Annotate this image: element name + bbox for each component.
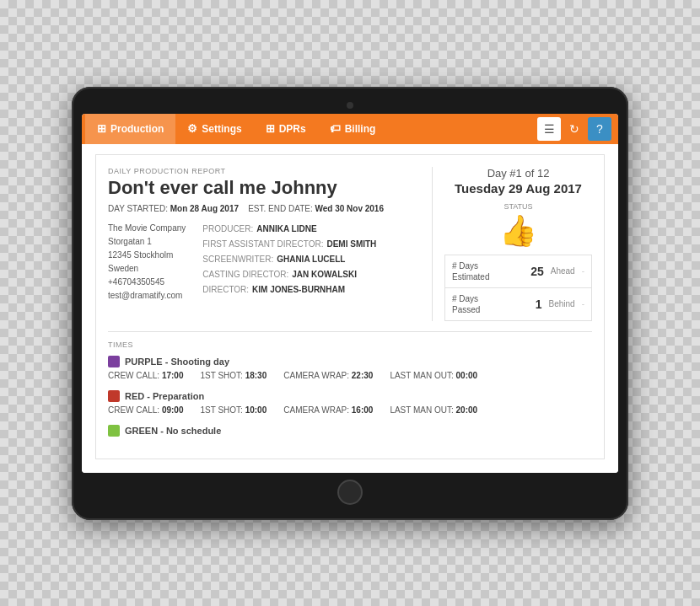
schedule-row-green: GREEN - No schedule xyxy=(108,425,592,437)
purple-camera-wrap-label: CAMERA WRAP: xyxy=(283,371,349,380)
tablet-camera xyxy=(347,102,353,109)
status-label: STATUS xyxy=(444,202,592,211)
red-crew-call-label: CREW CALL: xyxy=(108,405,159,415)
status-row-dash-passed: - xyxy=(582,299,584,308)
list-view-button[interactable]: ☰ xyxy=(537,117,561,141)
settings-icon: ⚙ xyxy=(187,122,197,135)
day-date: Tuesday 29 Aug 2017 xyxy=(444,181,592,196)
status-row-tag-passed: Behind xyxy=(549,299,575,308)
dprs-icon: ⊞ xyxy=(266,122,275,135)
content-inner: DAILY PRODUCTION REPORT Don't ever call … xyxy=(95,154,605,459)
red-first-shot-label: 1ST SHOT: xyxy=(200,405,242,415)
status-row-tag-estimated: Ahead xyxy=(551,266,575,276)
report-right: Day #1 of 12 Tuesday 29 Aug 2017 STATUS … xyxy=(432,167,592,321)
toolbar-right: ☰ ↻ ? xyxy=(534,114,615,144)
status-row-label-passed: # DaysPassed xyxy=(452,293,529,315)
tab-dprs-label: DPRs xyxy=(279,123,306,135)
company-name: The Movie Company xyxy=(108,222,186,235)
crew-label-ad: FIRST ASSISTANT DIRECTOR: xyxy=(202,237,323,252)
crew-row-screenwriter: SCREENWRITER: GHANIA LUCELL xyxy=(202,252,376,267)
purple-crew-call-value: 17:00 xyxy=(162,371,184,380)
red-first-shot: 1ST SHOT: 10:00 xyxy=(200,405,267,415)
crew-row-ad: FIRST ASSISTANT DIRECTOR: DEMI SMITH xyxy=(202,237,376,252)
purple-last-man-value: 00:00 xyxy=(456,371,478,380)
report-header: DAILY PRODUCTION REPORT Don't ever call … xyxy=(108,167,592,321)
tab-dprs[interactable]: ⊞ DPRs xyxy=(254,114,318,144)
tab-production-label: Production xyxy=(110,123,164,135)
crew-name-director: KIM JONES-BURNHAM xyxy=(252,282,345,298)
red-type-label: RED - Preparation xyxy=(125,391,204,401)
crew-row-director: DIRECTOR: KIM JONES-BURNHAM xyxy=(202,282,376,298)
tablet-screen: ⊞ Production ⚙ Settings ⊞ DPRs 🏷 Billing… xyxy=(82,114,618,473)
company-email: test@dramatify.com xyxy=(108,289,186,303)
red-first-shot-value: 10:00 xyxy=(245,405,267,415)
tablet-device: ⊞ Production ⚙ Settings ⊞ DPRs 🏷 Billing… xyxy=(72,87,628,520)
purple-first-shot-value: 18:30 xyxy=(245,371,267,380)
red-last-man: LAST MAN OUT: 20:00 xyxy=(390,405,477,415)
status-row-label-estimated: # DaysEstimated xyxy=(452,260,524,282)
content-area: DAILY PRODUCTION REPORT Don't ever call … xyxy=(82,144,618,473)
tab-settings-label: Settings xyxy=(202,123,241,135)
times-section-label: TIMES xyxy=(108,341,592,349)
red-camera-wrap-value: 16:00 xyxy=(352,405,374,415)
red-crew-call: CREW CALL: 09:00 xyxy=(108,405,183,415)
crew-name-ad: DEMI SMITH xyxy=(326,237,376,252)
times-row-red: CREW CALL: 09:00 1ST SHOT: 10:00 CAMERA … xyxy=(108,405,592,415)
crew-label-producer: PRODUCER: xyxy=(202,222,253,237)
red-swatch xyxy=(108,390,120,402)
purple-first-shot-label: 1ST SHOT: xyxy=(200,371,242,380)
tab-production[interactable]: ⊞ Production xyxy=(85,114,175,144)
company-zip-city: 12345 Stockholm xyxy=(108,249,186,262)
report-section-label: DAILY PRODUCTION REPORT xyxy=(108,167,415,175)
day-number: Day #1 of 12 xyxy=(444,167,592,180)
tab-billing-label: Billing xyxy=(345,123,376,135)
purple-camera-wrap-value: 22:30 xyxy=(352,371,374,380)
crew-label-director: DIRECTOR: xyxy=(202,282,249,298)
thumbs-up-icon: 👍 xyxy=(444,216,592,246)
crew-label-screenwriter: SCREENWRITER: xyxy=(202,252,273,267)
info-columns: The Movie Company Storgatan 1 12345 Stoc… xyxy=(108,222,415,303)
status-row-value-estimated: 25 xyxy=(530,265,544,278)
schedule-type-red: RED - Preparation xyxy=(108,390,592,402)
green-swatch xyxy=(108,425,120,437)
status-row-dash-estimated: - xyxy=(582,266,584,276)
company-phone: +46704350545 xyxy=(108,276,186,289)
date-line: DAY STARTED: Mon 28 Aug 2017 EST. END DA… xyxy=(108,204,415,213)
crew-info: PRODUCER: ANNIKA LIDNE FIRST ASSISTANT D… xyxy=(202,222,376,303)
billing-icon: 🏷 xyxy=(330,122,341,135)
tab-billing[interactable]: 🏷 Billing xyxy=(318,114,388,144)
day-started-label: DAY STARTED: xyxy=(108,204,168,213)
tab-settings[interactable]: ⚙ Settings xyxy=(175,114,253,144)
purple-last-man-label: LAST MAN OUT: xyxy=(390,371,453,380)
crew-name-producer: ANNIKA LIDNE xyxy=(256,222,316,237)
report-left: DAILY PRODUCTION REPORT Don't ever call … xyxy=(108,167,415,321)
schedule-type-green: GREEN - No schedule xyxy=(108,425,592,437)
purple-crew-call: CREW CALL: 17:00 xyxy=(108,371,183,380)
times-row-purple: CREW CALL: 17:00 1ST SHOT: 18:30 CAMERA … xyxy=(108,371,592,380)
purple-swatch xyxy=(108,356,120,367)
times-section: TIMES PURPLE - Shooting day CREW CALL: 1… xyxy=(108,331,592,437)
crew-label-casting: CASTING DIRECTOR: xyxy=(202,267,288,282)
crew-row-producer: PRODUCER: ANNIKA LIDNE xyxy=(202,222,376,237)
crew-name-casting: JAN KOWALSKI xyxy=(292,267,357,282)
red-camera-wrap: CAMERA WRAP: 16:00 xyxy=(283,405,373,415)
schedule-row-purple: PURPLE - Shooting day CREW CALL: 17:00 1… xyxy=(108,356,592,380)
est-end-value: Wed 30 Nov 2016 xyxy=(315,204,384,213)
crew-row-casting: CASTING DIRECTOR: JAN KOWALSKI xyxy=(202,267,376,282)
company-info: The Movie Company Storgatan 1 12345 Stoc… xyxy=(108,222,186,303)
home-button[interactable] xyxy=(337,480,363,505)
red-camera-wrap-label: CAMERA WRAP: xyxy=(283,405,349,415)
purple-first-shot: 1ST SHOT: 18:30 xyxy=(200,371,267,380)
status-row-value-passed: 1 xyxy=(536,298,542,311)
red-last-man-label: LAST MAN OUT: xyxy=(390,405,453,415)
purple-camera-wrap: CAMERA WRAP: 22:30 xyxy=(283,371,373,380)
red-last-man-value: 20:00 xyxy=(456,405,478,415)
purple-last-man: LAST MAN OUT: 00:00 xyxy=(390,371,477,380)
purple-type-label: PURPLE - Shooting day xyxy=(125,357,229,367)
help-button[interactable]: ? xyxy=(588,117,611,141)
refresh-button[interactable]: ↻ xyxy=(563,117,586,141)
production-icon: ⊞ xyxy=(97,122,106,135)
report-title: Don't ever call me Johnny xyxy=(108,177,415,199)
schedule-type-purple: PURPLE - Shooting day xyxy=(108,356,592,367)
company-street: Storgatan 1 xyxy=(108,235,186,249)
